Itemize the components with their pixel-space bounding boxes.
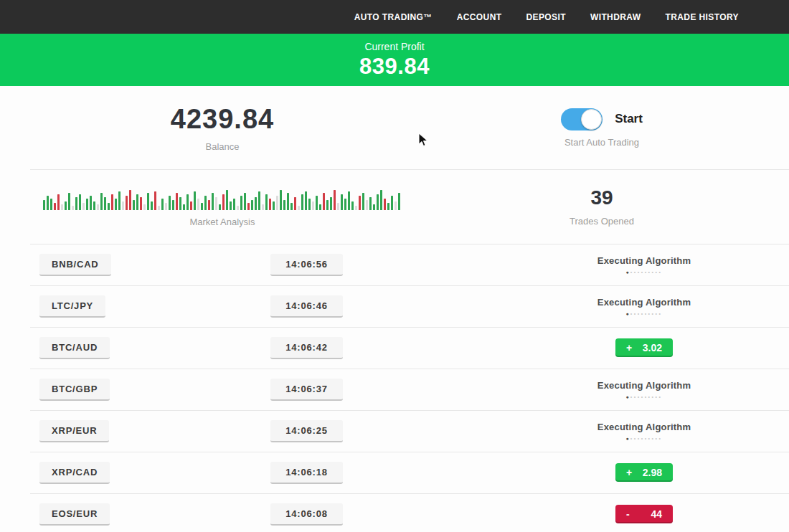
chart-bar [362, 193, 364, 210]
chart-bar [154, 191, 156, 210]
result-sign: + [626, 342, 632, 353]
chart-bar [398, 193, 400, 210]
time-badge: 14:06:42 [270, 337, 342, 359]
pair-badge: BTC/AUD [39, 337, 110, 359]
chart-bar [136, 194, 138, 210]
executing-label: Executing Algorithm [597, 255, 691, 266]
chart-bar [186, 194, 189, 210]
executing-status: Executing Algorithm ●••••••••• [597, 422, 691, 441]
executing-label: Executing Algorithm [597, 422, 691, 432]
time-badge: 14:06:56 [270, 254, 342, 276]
result-value: 3.02 [643, 342, 662, 353]
chart-bar [373, 204, 375, 210]
time-badge: 14:06:37 [270, 379, 342, 401]
chart-bar [305, 191, 307, 210]
chart-bar [391, 196, 393, 210]
nav-item-account[interactable]: ACCOUNT [457, 12, 502, 22]
chart-bar [380, 190, 382, 210]
chart-bar [61, 204, 63, 210]
chart-bar [366, 200, 368, 210]
nav-item-deposit[interactable]: DEPOSIT [526, 12, 565, 22]
chart-bar [359, 196, 361, 210]
chart-bar [47, 196, 49, 210]
chart-bar [108, 203, 110, 210]
nav-item-withdraw[interactable]: WITHDRAW [590, 12, 641, 22]
table-row: LTC/JPY 14:06:46 Executing Algorithm ●••… [0, 285, 789, 327]
chart-bar [97, 204, 99, 210]
progress-dots: ●••••••••• [597, 393, 691, 399]
nav-item-trade-history[interactable]: TRADE HISTORY [665, 12, 739, 22]
chart-bar [240, 196, 242, 210]
chart-bar [255, 197, 257, 210]
chart-bar [262, 204, 264, 210]
trades-opened-value: 39 [590, 186, 613, 209]
progress-dots: ●••••••••• [597, 434, 691, 441]
chart-bar [129, 190, 131, 210]
result-value: 44 [651, 508, 662, 520]
chart-bar [93, 201, 95, 210]
chart-bar [161, 199, 164, 210]
chart-bar [122, 201, 124, 210]
chart-bar [140, 197, 142, 210]
time-badge: 14:06:08 [270, 503, 342, 526]
result-badge: + 2.98 [615, 463, 673, 482]
chart-bar [190, 201, 192, 210]
toggle-knob-icon [581, 109, 602, 130]
chart-bar [351, 201, 354, 210]
chart-bar [79, 194, 81, 210]
chart-bar [169, 196, 171, 210]
auto-trading-toggle[interactable] [561, 108, 603, 130]
chart-bar [323, 193, 325, 210]
chart-bar [341, 194, 343, 210]
chart-bar [147, 193, 149, 210]
chart-bar [258, 191, 260, 210]
chart-bar [334, 190, 336, 210]
chart-bar [233, 199, 235, 210]
chart-bar [151, 201, 153, 210]
pair-badge: EOS/EUR [39, 503, 110, 526]
table-row: BTC/AUD 14:06:42 + 3.02 [0, 327, 789, 369]
chart-bar [133, 200, 135, 210]
table-row: XRP/EUR 14:06:25 Executing Algorithm ●••… [0, 410, 789, 452]
pair-badge: XRP/CAD [39, 462, 110, 484]
trades-table: BNB/CAD 14:06:56 Executing Algorithm ●••… [0, 244, 789, 532]
chart-bar [82, 203, 85, 210]
top-navbar: AUTO TRADING™ACCOUNTDEPOSITWITHDRAWTRADE… [0, 0, 789, 34]
executing-status: Executing Algorithm ●••••••••• [597, 255, 691, 275]
result-sign: + [626, 467, 632, 478]
chart-bar [312, 201, 314, 210]
chart-bar [337, 203, 339, 210]
result-badge: + 3.02 [615, 338, 673, 357]
chart-bar [43, 200, 45, 210]
executing-status: Executing Algorithm ●••••••••• [597, 297, 691, 316]
chart-bar [244, 193, 246, 210]
trades-opened-label: Trades Opened [570, 216, 634, 227]
chart-bar [118, 191, 121, 210]
chart-bar [377, 194, 379, 210]
balance-section: 4239.84 Balance Start Start Auto Trading [0, 86, 789, 169]
nav-item-auto-trading[interactable]: AUTO TRADING™ [354, 12, 433, 22]
chart-bar [212, 193, 214, 210]
table-row: BTC/GBP 14:06:37 Executing Algorithm ●••… [0, 369, 789, 410]
market-analysis-section: Market Analysis 39 Trades Opened [0, 169, 789, 244]
executing-status: Executing Algorithm ●••••••••• [597, 380, 691, 399]
pair-badge: LTC/JPY [39, 295, 105, 318]
chart-bar [126, 196, 128, 210]
chart-bar [265, 194, 268, 210]
chart-bar [326, 200, 329, 210]
chart-bar [100, 193, 103, 210]
auto-trading-caption: Start Auto Trading [564, 137, 639, 148]
chart-bar [183, 204, 185, 210]
chart-bar [355, 206, 357, 210]
chart-bar [280, 190, 282, 210]
chart-bar [158, 206, 160, 210]
chart-bar [316, 196, 318, 210]
table-row: EOS/EUR 14:06:08 - 44 [0, 493, 789, 532]
current-profit-label: Current Profit [364, 41, 424, 52]
chart-bar [111, 194, 113, 210]
chart-bar [276, 196, 278, 210]
balance-value: 4239.84 [171, 104, 274, 135]
chart-bar [230, 201, 232, 210]
chart-bar [208, 200, 210, 210]
chart-bar [143, 204, 146, 210]
